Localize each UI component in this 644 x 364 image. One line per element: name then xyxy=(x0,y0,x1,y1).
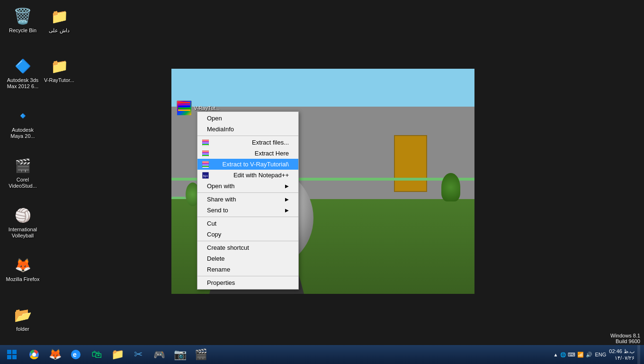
autodesk-3ds-label: Autodesk 3ds Max 2012 6... xyxy=(6,77,40,90)
windows-info: Windows 8.1 Build 9600 xyxy=(610,333,640,344)
ctx-cut-label: Cut xyxy=(207,220,216,227)
system-tray-icons: ▲ 🌐 ⌨ 📶 🔊 xyxy=(554,352,592,358)
send-to-arrow: ▶ xyxy=(285,208,289,213)
separator-2 xyxy=(197,192,298,193)
ctx-send-to[interactable]: Send to ▶ xyxy=(197,205,298,216)
taskbar-firefox-icon[interactable]: 🦊 xyxy=(45,345,65,364)
svg-rect-18 xyxy=(12,350,17,354)
ctx-copy[interactable]: Copy xyxy=(197,229,298,240)
taskbar-video-icon[interactable]: 🎬 xyxy=(190,345,211,364)
network-icon: 📶 xyxy=(577,352,584,358)
ctx-cut[interactable]: Cut xyxy=(197,218,298,229)
intl-volleyball-icon[interactable]: 🏐 International Volleyball xyxy=(4,204,42,241)
show-desktop-button[interactable] xyxy=(637,345,640,364)
taskbar-store-icon[interactable]: 🛍 xyxy=(86,345,107,364)
speaker-icon: 🔊 xyxy=(586,352,592,358)
ctx-share-with-label: Share with xyxy=(207,196,236,203)
separator-3 xyxy=(197,217,298,217)
autodesk-maya-icon[interactable]: 🔹 Autodesk Maya 20... xyxy=(4,104,42,141)
corel-video-icon[interactable]: 🎬 Corel VideoStud... xyxy=(4,154,42,191)
mozilla-firefox-label: Mozilla Firefox xyxy=(6,276,40,282)
svg-rect-20 xyxy=(12,355,17,359)
taskbar-game-icon[interactable]: 🎮 xyxy=(149,345,170,364)
taskbar-icons: 🦊 e 🛍 📁 ✂ 🎮 xyxy=(24,345,211,364)
context-menu: Open MediaInfo Extract files... Extract … xyxy=(197,111,299,290)
autodesk-3ds-icon[interactable]: 🔷 Autodesk 3ds Max 2012 6... xyxy=(4,55,42,91)
svg-rect-2 xyxy=(202,141,209,142)
clock-date: ۱۴/۰۷/۲۶ xyxy=(609,355,635,361)
mozilla-firefox-icon[interactable]: 🦊 Mozilla Firefox xyxy=(4,254,42,284)
ctx-copy-label: Copy xyxy=(207,231,221,238)
svg-rect-1 xyxy=(202,140,209,141)
intl-volleyball-label: International Volleyball xyxy=(6,227,40,239)
separator-1 xyxy=(197,136,298,136)
svg-rect-9 xyxy=(202,155,209,156)
recycle-bin-label: Recycle Bin xyxy=(9,27,36,34)
ctx-rename-label: Rename xyxy=(207,266,230,273)
recycle-bin-icon[interactable]: 🗑️ Recycle Bin xyxy=(4,5,42,36)
taskbar-explorer-icon[interactable]: 📁 xyxy=(107,345,128,364)
autodesk-maya-image: 🔹 xyxy=(13,106,32,125)
eng-label: ENG xyxy=(595,352,607,357)
win-version: Windows 8.1 xyxy=(610,333,640,338)
autodesk-maya-label: Autodesk Maya 20... xyxy=(6,127,40,139)
svg-rect-4 xyxy=(202,144,209,145)
ctx-open-with-label: Open with xyxy=(207,182,235,190)
door xyxy=(394,135,427,192)
svg-rect-13 xyxy=(202,164,209,165)
ctx-properties-label: Properties xyxy=(207,279,235,286)
lang-icon: 🌐 xyxy=(560,352,566,357)
dash-ali-image: 📁 xyxy=(50,7,69,26)
keyboard-icon: ⌨ xyxy=(568,352,575,358)
svg-rect-6 xyxy=(202,151,209,152)
win-build: Build 9600 xyxy=(610,338,640,344)
ctx-create-shortcut[interactable]: Create shortcut xyxy=(197,242,298,253)
folder-image: 📂 xyxy=(13,305,32,324)
vray-tutorial-icon[interactable]: 📁 V-RayTutor... xyxy=(40,55,78,85)
ctx-mediainfo[interactable]: MediaInfo xyxy=(197,124,298,135)
corel-video-image: 🎬 xyxy=(13,156,32,175)
ctx-send-to-label: Send to xyxy=(207,207,228,214)
ctx-mediainfo-label: MediaInfo xyxy=(207,126,234,133)
ctx-extract-files-label: Extract files... xyxy=(252,139,289,146)
separator-4 xyxy=(197,241,298,241)
dash-ali-label: داش علی xyxy=(49,27,70,34)
svg-rect-7 xyxy=(202,152,209,153)
ctx-rename[interactable]: Rename xyxy=(197,264,298,275)
ctx-delete[interactable]: Delete xyxy=(197,253,298,264)
edit-notepad-icon: N+ xyxy=(202,172,211,179)
taskbar-ie-icon[interactable]: e xyxy=(65,345,86,364)
ctx-extract-to[interactable]: Extract to V-RayTutorial\ xyxy=(197,159,298,170)
ctx-share-with[interactable]: Share with ▶ xyxy=(197,194,298,205)
corel-video-label: Corel VideoStud... xyxy=(6,177,40,189)
taskbar-right: ▲ 🌐 ⌨ 📶 🔊 ENG 02:46 ب.ظ ۱۴/۰۷/۲۶ xyxy=(554,345,644,364)
ctx-open-label: Open xyxy=(207,115,222,122)
autodesk-3ds-image: 🔷 xyxy=(13,56,32,75)
folder-icon[interactable]: 📂 folder xyxy=(4,303,42,334)
ctx-create-shortcut-label: Create shortcut xyxy=(207,244,249,251)
vray-tutorial-label: V-RayTutor... xyxy=(44,77,74,83)
taskbar-clock: 02:46 ب.ظ ۱۴/۰۷/۲۶ xyxy=(609,348,635,362)
svg-rect-8 xyxy=(202,154,209,155)
ctx-open-with[interactable]: Open with ▶ xyxy=(197,181,298,191)
taskbar-chrome-icon[interactable] xyxy=(24,345,45,364)
up-arrow-icon[interactable]: ▲ xyxy=(554,352,558,357)
extract-here-icon xyxy=(202,150,211,157)
taskbar-photo-icon[interactable]: 📷 xyxy=(170,345,190,364)
ctx-edit-notepad[interactable]: N+ Edit with Notepad++ xyxy=(197,170,298,181)
mozilla-firefox-image: 🦊 xyxy=(13,255,32,274)
extract-files-icon xyxy=(202,139,211,146)
dash-ali-icon[interactable]: 📁 داش علی xyxy=(40,5,78,36)
extract-to-icon xyxy=(202,161,211,168)
svg-rect-11 xyxy=(202,162,209,163)
ctx-extract-files[interactable]: Extract files... xyxy=(197,137,298,148)
svg-rect-14 xyxy=(202,166,209,167)
ctx-properties[interactable]: Properties xyxy=(197,277,298,288)
ctx-extract-to-label: Extract to V-RayTutorial\ xyxy=(223,161,289,168)
ctx-open[interactable]: Open xyxy=(197,113,298,124)
ctx-extract-here[interactable]: Extract Here xyxy=(197,148,298,159)
start-button[interactable] xyxy=(0,345,24,364)
svg-text:N+: N+ xyxy=(203,174,208,178)
recycle-bin-image: 🗑️ xyxy=(13,7,32,26)
taskbar-autodesk-icon[interactable]: ✂ xyxy=(128,345,149,364)
